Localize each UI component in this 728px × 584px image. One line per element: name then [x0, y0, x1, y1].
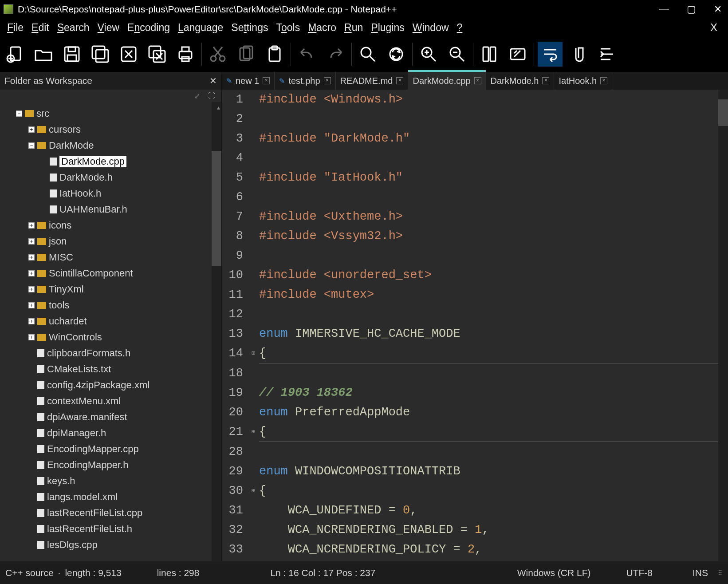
tab[interactable]: DarkMode.h×: [486, 72, 555, 90]
menu-language[interactable]: Language: [175, 22, 226, 34]
tab-close-icon[interactable]: ×: [542, 77, 549, 84]
menu-settings[interactable]: Settings: [228, 22, 271, 34]
menu-file[interactable]: File: [4, 22, 26, 34]
tree-file[interactable]: lastRecentFileList.cpp: [0, 505, 221, 521]
svg-rect-5: [68, 47, 75, 51]
menu-window[interactable]: Window: [410, 22, 452, 34]
tree-file[interactable]: dpiAware.manifest: [0, 409, 221, 425]
open-file-icon[interactable]: [31, 42, 56, 67]
tree-file[interactable]: UAHMenuBar.h: [0, 201, 221, 217]
tree-file[interactable]: contextMenu.xml: [0, 393, 221, 409]
menu-run[interactable]: Run: [342, 22, 366, 34]
tree-file[interactable]: EncodingMapper.h: [0, 457, 221, 473]
tree-file[interactable]: IatHook.h: [0, 185, 221, 201]
tree-file[interactable]: DarkMode.cpp: [0, 154, 221, 170]
redo-icon[interactable]: [323, 42, 348, 67]
tree-scrollbar[interactable]: ▴: [212, 102, 221, 561]
tree-folder[interactable]: +TinyXml: [0, 281, 221, 297]
svg-line-31: [431, 56, 436, 61]
maximize-button[interactable]: ▢: [687, 4, 696, 15]
menu-encoding[interactable]: Encoding: [125, 22, 173, 34]
menu-tools[interactable]: Tools: [273, 22, 303, 34]
tab-label: new 1: [236, 76, 259, 86]
tree-file[interactable]: dpiManager.h: [0, 425, 221, 441]
show-all-chars-icon[interactable]: [566, 42, 591, 67]
menu-macro[interactable]: Macro: [305, 22, 339, 34]
close-button[interactable]: ✕: [714, 4, 722, 15]
resize-grip-icon[interactable]: ⠿: [718, 569, 723, 576]
file-tree[interactable]: −src+cursors−DarkModeDarkMode.cppDarkMod…: [0, 102, 221, 561]
close-file-icon[interactable]: [116, 42, 141, 67]
find-icon[interactable]: [355, 42, 380, 67]
menu-edit[interactable]: Edit: [29, 22, 52, 34]
tree-file[interactable]: lastRecentFileList.h: [0, 521, 221, 537]
tab[interactable]: IatHook.h×: [554, 72, 612, 90]
zoom-in-icon[interactable]: [416, 42, 441, 67]
indent-guide-icon[interactable]: [594, 42, 619, 67]
menu-view[interactable]: View: [95, 22, 122, 34]
tree-file[interactable]: keys.h: [0, 473, 221, 489]
print-icon[interactable]: [173, 42, 198, 67]
code-editor[interactable]: #include <Windows.h> #include "DarkMode.…: [257, 90, 728, 561]
tree-folder[interactable]: +tools: [0, 297, 221, 313]
sync-h-icon[interactable]: [505, 42, 530, 67]
sync-v-icon[interactable]: [477, 42, 502, 67]
svg-rect-7: [92, 46, 105, 59]
tree-file[interactable]: CMakeLists.txt: [0, 361, 221, 377]
svg-rect-8: [96, 50, 108, 62]
tree-folder[interactable]: +ScintillaComponent: [0, 265, 221, 281]
status-length: length : 9,513: [65, 568, 121, 578]
editor-scrollbar[interactable]: ▴: [718, 90, 728, 561]
copy-icon[interactable]: [234, 42, 259, 67]
panel-tool-icon[interactable]: ⤢: [194, 92, 200, 100]
menubar-close-icon[interactable]: X: [708, 21, 720, 34]
tab-close-icon[interactable]: ×: [474, 77, 481, 84]
tab-close-icon[interactable]: ×: [396, 77, 403, 84]
fold-column[interactable]: ⊞⊞⊞: [249, 90, 257, 561]
zoom-out-icon[interactable]: [445, 42, 469, 67]
tab[interactable]: README.md×: [336, 72, 409, 90]
tree-folder[interactable]: −src: [0, 106, 221, 122]
menu-help[interactable]: ?: [454, 22, 465, 34]
svg-point-27: [361, 47, 371, 57]
tab-close-icon[interactable]: ×: [263, 77, 270, 84]
save-icon[interactable]: [59, 42, 84, 67]
tab-close-icon[interactable]: ×: [324, 77, 331, 84]
paste-icon[interactable]: [262, 42, 287, 67]
window-title: D:\Source\Repos\notepad-plus-plus\PowerE…: [18, 4, 659, 15]
tree-folder[interactable]: +json: [0, 233, 221, 249]
svg-rect-37: [483, 47, 488, 61]
panel-close-icon[interactable]: ✕: [209, 75, 217, 86]
tree-folder[interactable]: +icons: [0, 217, 221, 233]
tab[interactable]: ✎new 1×: [222, 72, 275, 90]
tab[interactable]: DarkMode.cpp×: [408, 72, 486, 90]
toolbar-separator: [201, 43, 202, 66]
tree-folder[interactable]: +uchardet: [0, 313, 221, 329]
menu-search[interactable]: Search: [55, 22, 92, 34]
tree-file[interactable]: langs.model.xml: [0, 489, 221, 505]
tree-folder[interactable]: +cursors: [0, 122, 221, 138]
tree-folder[interactable]: +MISC: [0, 249, 221, 265]
tree-folder[interactable]: −DarkMode: [0, 138, 221, 154]
wordwrap-icon[interactable]: [538, 42, 563, 67]
tree-file[interactable]: DarkMode.h: [0, 170, 221, 185]
tab-close-icon[interactable]: ×: [600, 77, 607, 84]
editor-scroll-thumb[interactable]: [718, 99, 728, 126]
tab[interactable]: ✎test.php×: [275, 72, 335, 90]
menu-plugins[interactable]: Plugins: [368, 22, 407, 34]
cut-icon[interactable]: [205, 42, 230, 67]
tree-file[interactable]: EncodingMapper.cpp: [0, 441, 221, 457]
tree-file[interactable]: config.4zipPackage.xml: [0, 377, 221, 393]
tree-file[interactable]: lesDlgs.cpp: [0, 537, 221, 553]
tree-file[interactable]: clipboardFormats.h: [0, 345, 221, 361]
undo-icon[interactable]: [295, 42, 319, 67]
tree-scroll-thumb[interactable]: [212, 151, 221, 266]
panel-tool-icon[interactable]: ⛶: [208, 92, 215, 100]
close-all-icon[interactable]: [145, 42, 169, 67]
tree-folder[interactable]: +WinControls: [0, 329, 221, 345]
status-lines: lines : 298: [157, 568, 200, 578]
minimize-button[interactable]: —: [659, 4, 669, 15]
replace-icon[interactable]: [384, 42, 409, 67]
save-all-icon[interactable]: [88, 42, 113, 67]
new-file-icon[interactable]: [3, 42, 28, 67]
